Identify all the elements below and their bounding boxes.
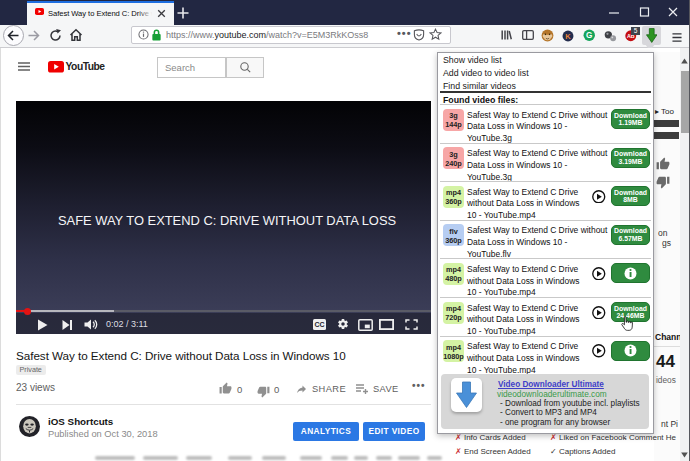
svg-text:G: G [586, 31, 592, 40]
svg-text:CC: CC [314, 321, 324, 328]
svg-text:K: K [565, 31, 571, 40]
